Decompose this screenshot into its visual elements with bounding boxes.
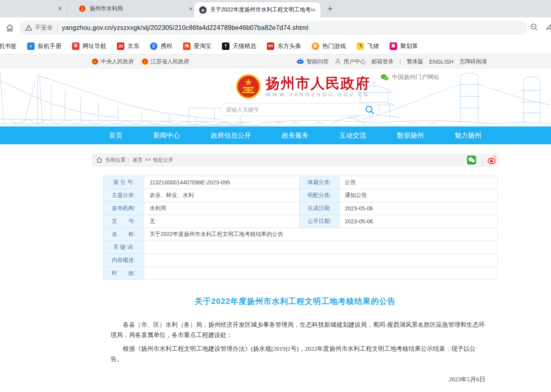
robot-icon	[296, 58, 304, 65]
info-label: 公开日期:	[300, 215, 339, 228]
jd-icon: JD	[117, 42, 124, 50]
bookmark-item[interactable]: 聚 聚划算	[390, 42, 418, 50]
url-input[interactable]: 不安全 yangzhou.gov.cn/yzszxxgk/slj/202305/…	[20, 21, 527, 35]
info-label: 组配分类:	[300, 189, 339, 202]
tab-divider	[67, 4, 67, 13]
info-label: 文 号:	[104, 215, 144, 228]
breadcrumb-home-icon	[96, 157, 102, 163]
bookmark-item[interactable]: 导 网址导航	[72, 42, 106, 50]
tmall-icon: T	[222, 42, 229, 50]
weibo-share-icon[interactable]	[487, 155, 497, 165]
article-paragraph: 各县（市、区）水利（务）局，扬州经济开发区城乡事务管理局，生态科技新城规划建设局…	[111, 320, 485, 340]
english-link[interactable]: ENGLISH	[429, 59, 453, 65]
bookmark-item[interactable]: 东方 东方头条	[267, 42, 301, 50]
info-value-genre: 公告	[339, 176, 498, 189]
info-label: 索 引 号:	[104, 176, 144, 189]
info-label: 生成日期:	[300, 202, 339, 215]
e-browser-icon: e	[199, 6, 207, 14]
search-input[interactable]	[226, 107, 364, 113]
nav-services[interactable]: 政务服务	[282, 131, 309, 140]
gov-utility-bar: 中央人民政府 江苏省人民政府 智能问答 用户中	[0, 54, 551, 69]
bookmark-label: 东方头条	[277, 42, 301, 50]
info-value-created-date: 2023-05-06	[339, 202, 498, 215]
info-value-index-number: 11321000014407098E-2023-095	[144, 176, 300, 189]
info-label: 名 称:	[104, 228, 144, 241]
document-info-table: 索 引 号: 11321000014407098E-2023-095 体裁分类:…	[103, 176, 498, 280]
smart-qa-label: 智能问答	[307, 58, 329, 65]
user-center-link[interactable]: 用户中心	[335, 58, 366, 65]
close-icon[interactable]: ×	[312, 7, 316, 13]
info-value-title: 关于2022年度扬州市水利工程文明工地考核结果的公告	[144, 228, 498, 241]
link-central-gov[interactable]: 中央人民政府	[92, 58, 134, 65]
link-label: 中央人民政府	[101, 58, 134, 65]
table-row: 索 引 号: 11321000014407098E-2023-095 体裁分类:…	[104, 176, 498, 189]
bookmark-item[interactable]: 淘 爱淘宝	[183, 42, 211, 50]
info-label: 发布机构:	[104, 202, 144, 215]
nav-charm[interactable]: 魅力扬州	[455, 131, 481, 140]
nav-interaction[interactable]: 互动交流	[339, 131, 366, 140]
bookmark-item[interactable]: JD 京东	[117, 42, 139, 50]
table-row: 发布机构: 水利局 生成日期: 2023-05-06	[104, 202, 498, 215]
breadcrumb: 当前位置： 首页 >> 信息公开	[92, 153, 499, 167]
utility-divider: |	[399, 59, 401, 65]
user-icon	[335, 58, 341, 65]
nav-home[interactable]: 首页	[109, 131, 122, 140]
search-icon[interactable]	[364, 105, 375, 115]
games-icon: 游	[312, 42, 319, 50]
omnibox-divider	[57, 24, 57, 32]
bookmark-label: 热门游戏	[322, 42, 346, 50]
bookmark-item[interactable]: 游 热门游戏	[312, 42, 346, 50]
breadcrumb-home-link[interactable]: 首页	[133, 156, 143, 164]
breadcrumb-prefix: 当前位置：	[105, 156, 131, 164]
bookmark-item[interactable]: C 携程	[150, 42, 172, 50]
table-row: 内容概述:	[104, 254, 498, 267]
traditional-link[interactable]: 繁体版	[407, 58, 423, 65]
bookmark-label: 机书签	[0, 42, 17, 50]
close-icon[interactable]: ×	[189, 6, 193, 12]
breadcrumb-current[interactable]: 信息公开	[153, 156, 173, 164]
security-label[interactable]: 不安全	[35, 24, 53, 31]
zoom-out-icon[interactable]	[530, 23, 538, 31]
bookmark-label: 爱淘宝	[194, 42, 211, 50]
portal-link[interactable]: 中国扬州门户网站	[381, 74, 439, 81]
wechat-icon	[381, 74, 389, 81]
juhuasuan-icon: 聚	[390, 42, 397, 50]
breadcrumb-separator: >>	[145, 156, 151, 164]
bookmark-label: 网址导航	[83, 42, 106, 50]
close-icon[interactable]: ×	[58, 5, 62, 12]
bookmarks-bar: 机书签 ≡ 新机手册 导 网址导航 JD 京东 C 携程 淘 爱淘宝 T 天猫精…	[0, 38, 551, 54]
wechat-share-icon[interactable]	[467, 155, 476, 165]
gov-emblem-icon	[92, 58, 98, 65]
article-title: 关于2022年度扬州市水利工程文明工地考核结果的公告	[92, 296, 499, 307]
nav-data[interactable]: 数据扬州	[397, 131, 424, 140]
site-url-caption: WWW.YANGZHOU.GOV.CN	[266, 92, 370, 98]
tab-shuiliju[interactable]: 扬州市水利局 ×	[68, 0, 193, 17]
gov-emblem-favicon	[79, 5, 86, 12]
bookmark-label: 天猫精选	[233, 42, 256, 50]
main-navigation: 首页 新闻中心 政府信息公开 政务服务 互动交流 数据扬州 魅力扬州	[0, 127, 551, 144]
warning-icon	[25, 24, 32, 31]
article-paragraph: 根据《扬州市水利工程文明工地建设管理办法》(扬水规[2019]1号)，2022年…	[111, 344, 485, 364]
mail-login-link[interactable]: 邮箱登录	[372, 58, 394, 65]
nav-news[interactable]: 新闻中心	[153, 131, 180, 140]
bookmark-item[interactable]: ≡ 新机手册	[27, 42, 61, 50]
info-value-summary	[144, 254, 498, 267]
smart-qa-link[interactable]: 智能问答	[296, 58, 329, 65]
site-logo[interactable]: 扬州市人民政府 WWW.YANGZHOU.GOV.CN	[236, 74, 370, 99]
url-text[interactable]: yangzhou.gov.cn/yzszxxgk/slj/202305/210c…	[62, 24, 308, 31]
share-icon[interactable]	[545, 23, 551, 31]
bookmark-item[interactable]: 机书签	[0, 42, 17, 50]
tab-title: 关于2022年度扬州市水利工程文明工地考核结果的公告	[210, 6, 312, 13]
table-row: 主题分类: 农业、林业、水利 组配分类: 通知公告	[104, 189, 498, 202]
link-jiangsu-gov[interactable]: 江苏省人民政府	[142, 58, 189, 65]
bookmark-label: 聚划算	[400, 42, 418, 50]
tab-active-announcement[interactable]: e 关于2022年度扬州市水利工程文明工地考核结果的公告 ×	[194, 2, 320, 17]
bookmark-item[interactable]: T 天猫精选	[222, 42, 256, 50]
bookmark-item[interactable]: 飞 飞猪	[357, 42, 379, 50]
home-icon[interactable]	[5, 23, 15, 33]
accessibility-link[interactable]: 无障碍阅读	[459, 58, 487, 65]
new-tab-button[interactable]: +	[327, 3, 333, 14]
info-value-topic: 农业、林业、水利	[144, 189, 300, 202]
article-body: 各县（市、区）水利（务）局，扬州经济开发区城乡事务管理局，生态科技新城规划建设局…	[111, 320, 485, 392]
nav-info-disclosure[interactable]: 政府信息公开	[211, 131, 251, 140]
